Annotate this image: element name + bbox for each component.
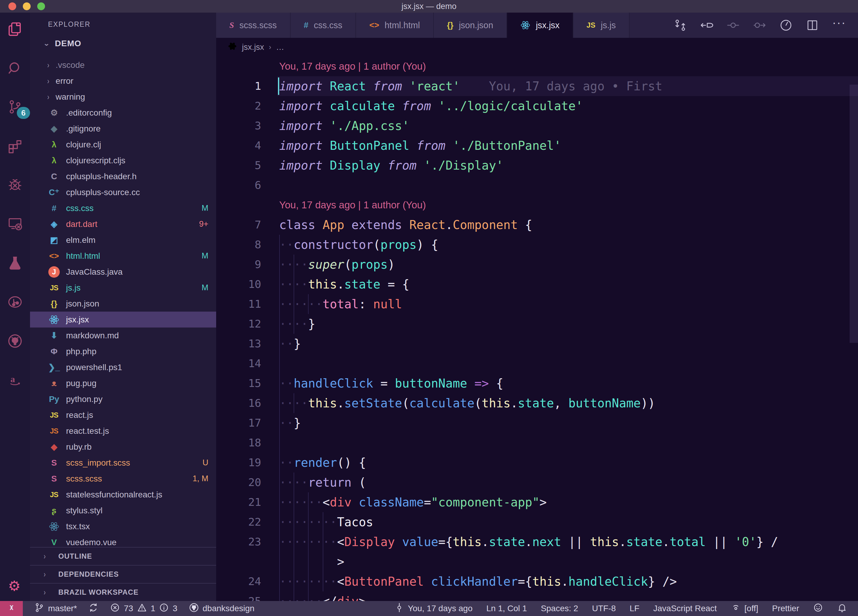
activity-gitlens[interactable] [6, 294, 23, 311]
window-controls[interactable] [8, 0, 45, 12]
tree-item-clojure-clj[interactable]: λclojure.clj [30, 137, 216, 152]
code-line-1[interactable]: 1import React from 'react'You, 17 days a… [216, 76, 858, 96]
tab-json-json[interactable]: {}json.json [434, 12, 507, 38]
code-line-4[interactable]: 4import ButtonPanel from './ButtonPanel' [216, 136, 858, 156]
code-line-6[interactable]: 6 [216, 175, 858, 195]
code-line-9[interactable]: 9····super(props) [216, 255, 858, 274]
close-window-icon[interactable] [8, 2, 16, 10]
breadcrumb-more[interactable]: … [276, 43, 284, 52]
section-outline[interactable]: ›OUTLINE [30, 547, 216, 565]
status-notifications[interactable] [837, 602, 847, 615]
tree-item-scss-scss[interactable]: Sscss.scss1, M [30, 471, 216, 487]
tree-item-dart-dart[interactable]: ◈dart.dart9+ [30, 216, 216, 232]
tree-item-python-py[interactable]: Pypython.py [30, 391, 216, 407]
tree-item-clojurescript-cljs[interactable]: λclojurescript.cljs [30, 152, 216, 168]
tab-html-html[interactable]: <>html.html [356, 12, 434, 38]
activity-source-control[interactable]: 6 [6, 99, 23, 116]
tree-item-pug-pug[interactable]: ᴥpug.pug [30, 375, 216, 391]
tab-js-js[interactable]: JSjs.js [574, 12, 630, 38]
code-editor[interactable]: You, 17 days ago | 1 author (You)1import… [216, 56, 858, 601]
tree-item-markdown-md[interactable]: ⬇markdown.md [30, 328, 216, 344]
tree-item-cplusplus-source-cc[interactable]: C⁺cplusplus-source.cc [30, 184, 216, 200]
change-icon[interactable] [726, 19, 740, 32]
activity-aws[interactable]: a [6, 372, 23, 389]
tree-item-javaclass-java[interactable]: JJavaClass.java [30, 264, 216, 280]
tree-item-error[interactable]: ›error [30, 73, 216, 89]
tree-item-warning[interactable]: ›warning [30, 89, 216, 105]
tree-item-elm-elm[interactable]: ◩elm.elm [30, 232, 216, 248]
code-line-11[interactable]: 11······total: null [216, 294, 858, 314]
code-line-14[interactable]: 14 [216, 354, 858, 373]
tree-item-stylus-styl[interactable]: ʂstylus.styl [30, 502, 216, 518]
code-line-8[interactable]: 8··constructor(props) { [216, 235, 858, 255]
tab-css-css[interactable]: #css.css [291, 12, 356, 38]
tree-item-ruby-rb[interactable]: ◆ruby.rb [30, 439, 216, 455]
code-line-10[interactable]: 10····this.state = { [216, 274, 858, 294]
settings-gear-button[interactable]: ⚙ [0, 577, 30, 596]
code-line-7[interactable]: 7class App extends React.Component { [216, 215, 858, 235]
status-sync[interactable] [88, 602, 98, 615]
activity-explorer[interactable] [6, 21, 23, 38]
status-screencast-mode[interactable]: [off] [731, 602, 759, 615]
tree-item-statelessfunctionalreact-js[interactable]: JSstatelessfunctionalreact.js [30, 487, 216, 502]
tree-item-js-js[interactable]: JSjs.jsM [30, 280, 216, 296]
tab-scss-scss[interactable]: Sscss.scss [216, 12, 291, 38]
code-line-22[interactable]: 22········Tacos [216, 512, 858, 532]
tree-item-react-js[interactable]: JSreact.js [30, 407, 216, 423]
code-line-15[interactable]: 15··handleClick = buttonName => { [216, 373, 858, 393]
tree-item-html-html[interactable]: <>html.htmlM [30, 248, 216, 264]
maximize-window-icon[interactable] [37, 2, 45, 10]
code-line-23[interactable]: 23········<Display value={this.state.nex… [216, 532, 858, 552]
heatmap-icon[interactable] [779, 19, 793, 32]
tree-item-react-test-js[interactable]: JSreact.test.js [30, 423, 216, 439]
tree-item-tsx-tsx[interactable]: tsx.tsx [30, 518, 216, 534]
code-line-25[interactable]: 25······</div> [216, 591, 858, 601]
git-compare-icon[interactable] [674, 19, 687, 32]
editor-scrollbar[interactable] [850, 85, 858, 343]
open-changes-prev-icon[interactable] [700, 19, 713, 32]
tree-item-css-css[interactable]: #css.cssM [30, 200, 216, 216]
status-formatter[interactable]: Prettier [772, 604, 799, 613]
activity-debug[interactable] [6, 177, 23, 194]
status-remote-indicator[interactable] [0, 601, 23, 616]
code-line-12[interactable]: 12····} [216, 314, 858, 334]
code-line-19[interactable]: 19··render() { [216, 453, 858, 473]
section-dependencies[interactable]: ›DEPENDENCIES [30, 565, 216, 583]
tree-item-powershell-ps1[interactable]: ❯_powershell.ps1 [30, 359, 216, 375]
open-changes-next-icon[interactable] [753, 19, 766, 32]
tree-item-cplusplus-header-h[interactable]: Ccplusplus-header.h [30, 168, 216, 184]
tree-item-json-json[interactable]: {}json.json [30, 296, 216, 312]
activity-testing[interactable] [6, 255, 23, 272]
code-line-24[interactable]: 24········<ButtonPanel clickHandler={thi… [216, 572, 858, 591]
tree-item--editorconfig[interactable]: ⚙.editorconfig [30, 105, 216, 121]
code-line-5[interactable]: 5import Display from './Display' [216, 156, 858, 175]
activity-github[interactable] [6, 333, 23, 350]
code-line-3[interactable]: 3import './App.css' [216, 116, 858, 136]
activity-extensions[interactable] [6, 138, 23, 155]
tree-item-jsx-jsx[interactable]: jsx.jsx [30, 312, 216, 328]
code-line-wrap[interactable]: ········> [216, 552, 858, 572]
activity-search[interactable] [6, 60, 23, 77]
tree-item-scss-import-scss[interactable]: Sscss_import.scssU [30, 455, 216, 471]
more-actions-icon[interactable]: ··· [832, 23, 846, 28]
breadcrumb[interactable]: jsx.jsx › … [216, 38, 858, 56]
status-eol[interactable]: LF [630, 604, 639, 613]
code-line-16[interactable]: 16····this.setState(calculate(this.state… [216, 393, 858, 413]
code-line-2[interactable]: 2import calculate from '../logic/calcula… [216, 96, 858, 116]
code-line-17[interactable]: 17··} [216, 413, 858, 433]
tree-item--vscode[interactable]: ›.vscode [30, 57, 216, 73]
status-git-branch[interactable]: master* [34, 602, 77, 615]
code-line-21[interactable]: 21······<div className="component-app"> [216, 492, 858, 512]
tree-item-php-php[interactable]: Φphp.php [30, 344, 216, 359]
status-blame-status[interactable]: You, 17 days ago [394, 602, 473, 615]
status-problems[interactable]: 7313 [110, 602, 177, 615]
code-line-13[interactable]: 13··} [216, 334, 858, 354]
section-brazil-workspace[interactable]: ›BRAZIL WORKSPACE [30, 583, 216, 601]
status-indentation[interactable]: Spaces: 2 [541, 604, 578, 613]
activity-remote-explorer[interactable] [6, 216, 23, 233]
status-github-account[interactable]: dbanksdesign [189, 602, 255, 615]
status-cursor-position[interactable]: Ln 1, Col 1 [487, 604, 527, 613]
breadcrumb-file[interactable]: jsx.jsx [242, 43, 264, 52]
split-editor-icon[interactable] [806, 19, 819, 32]
tree-item--gitignore[interactable]: ◆.gitignore [30, 121, 216, 137]
